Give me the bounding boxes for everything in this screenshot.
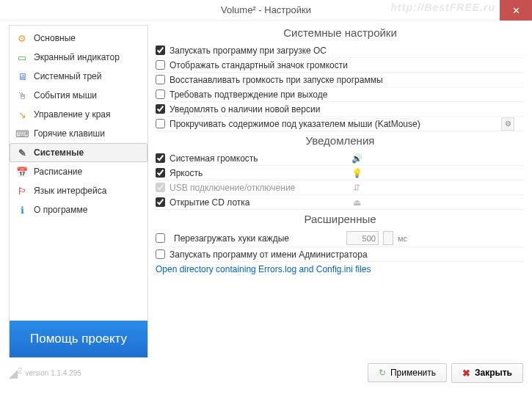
- reload-hooks-value[interactable]: [346, 231, 379, 245]
- notif-icon: 🔊: [350, 153, 363, 164]
- sidebar-item-label: События мыши: [34, 90, 97, 101]
- system-checkbox-5[interactable]: [156, 119, 165, 128]
- system-checkbox-1[interactable]: [156, 60, 165, 70]
- system-row-0: Запускать программу при загрузке ОС: [156, 43, 525, 58]
- system-checkbox-4[interactable]: [156, 104, 165, 114]
- sidebar-item-9[interactable]: ℹО программе: [10, 200, 147, 219]
- section-notifications-title: Уведомления: [156, 134, 525, 147]
- system-checkbox-0[interactable]: [156, 45, 165, 55]
- sidebar-item-label: Экранный индикатор: [34, 52, 120, 62]
- reload-hooks-row: Перезагружать хуки каждые мс: [156, 230, 525, 247]
- sidebar-item-label: Основные: [34, 33, 76, 43]
- run-as-admin-row: Запускать программу от имени Администрат…: [156, 247, 525, 262]
- system-row-3: Требовать подтверждение при выходе: [156, 87, 525, 102]
- system-row-4: Уведомлять о наличии новой версии: [156, 102, 525, 117]
- sidebar-item-label: Язык интерфейса: [34, 186, 106, 196]
- sidebar-item-label: Горячие клавиши: [34, 128, 105, 139]
- notif-checkbox-3[interactable]: [156, 197, 165, 207]
- signal-icon: ◢: [9, 366, 18, 380]
- notif-checkbox-0[interactable]: [156, 153, 165, 163]
- sidebar-item-6[interactable]: ✎Системные: [10, 143, 147, 162]
- sidebar-item-8[interactable]: 🏳Язык интерфейса: [10, 181, 147, 200]
- reload-hooks-spinner[interactable]: [383, 231, 393, 245]
- system-checkbox-2[interactable]: [156, 75, 165, 84]
- system-label: Прокручивать содержимое под указателем м…: [170, 119, 420, 129]
- sidebar-item-7[interactable]: 📅Расписание: [10, 162, 147, 181]
- system-row-2: Восстанавливать громкость при запуске пр…: [156, 73, 525, 87]
- reload-hooks-label: Перезагружать хуки каждые: [174, 233, 289, 244]
- sidebar-icon: ▭: [16, 51, 28, 63]
- reload-hooks-unit: мс: [398, 234, 407, 243]
- system-label: Запускать программу при загрузке ОС: [170, 45, 327, 56]
- notif-row-3: Открытие CD лотка⏏: [156, 195, 525, 210]
- notif-label: USB подключение/отключение: [170, 183, 295, 193]
- sidebar-item-label: Системные: [34, 147, 84, 158]
- sidebar-icon: 📅: [16, 166, 28, 178]
- sidebar-icon: 🖥: [16, 70, 28, 82]
- sidebar-item-label: Управление у края: [34, 109, 110, 120]
- sidebar: ⚙Основные▭Экранный индикатор🖥Системный т…: [9, 25, 148, 358]
- notif-icon: ⇵: [350, 183, 363, 193]
- notif-label: Яркость: [170, 168, 203, 178]
- close-window-button[interactable]: ✕: [500, 0, 532, 21]
- sidebar-item-1[interactable]: ▭Экранный индикатор: [10, 48, 147, 67]
- system-label: Требовать подтверждение при выходе: [170, 90, 327, 100]
- notif-label: Системная громкость: [170, 153, 258, 164]
- apply-icon: ↻: [379, 368, 386, 378]
- sidebar-icon: ℹ: [16, 204, 28, 216]
- donate-banner[interactable]: Помощь проекту: [10, 321, 147, 357]
- sidebar-item-label: Расписание: [34, 167, 82, 177]
- system-row-1: Отображать стандартный значок громкости: [156, 58, 525, 73]
- sidebar-item-label: Системный трей: [34, 71, 102, 81]
- reload-hooks-checkbox[interactable]: [156, 233, 165, 243]
- system-label: Уведомлять о наличии новой версии: [170, 104, 320, 114]
- sidebar-icon: 🏳: [16, 185, 28, 197]
- title-bar: Volume² - Настройки http://BestFREE.ru ✕: [0, 0, 532, 21]
- system-row-5: Прокручивать содержимое под указателем м…: [156, 117, 525, 131]
- open-config-dir-link[interactable]: Open directory containing Errors.log and…: [156, 264, 371, 274]
- section-system-title: Системные настройки: [156, 26, 525, 39]
- notif-label: Открытие CD лотка: [170, 197, 249, 208]
- sidebar-icon: ⌨: [16, 128, 28, 139]
- notif-row-0: Системная громкость🔊: [156, 151, 525, 166]
- sidebar-item-5[interactable]: ⌨Горячие клавиши: [10, 124, 147, 143]
- sidebar-item-2[interactable]: 🖥Системный трей: [10, 67, 147, 86]
- system-label: Восстанавливать громкость при запуске пр…: [170, 75, 383, 85]
- watermark: http://BestFREE.ru: [391, 1, 495, 13]
- notif-icon: ⏏: [350, 197, 363, 208]
- run-as-admin-label: Запускать программу от имени Администрат…: [170, 249, 368, 260]
- notif-icon: 💡: [350, 168, 363, 178]
- close-button[interactable]: ✖ Закрыть: [451, 363, 523, 383]
- version-label: 2 version 1.1.4.295: [18, 368, 81, 377]
- section-extended-title: Расширенные: [156, 213, 525, 225]
- footer: ◢ 2 version 1.1.4.295 ↻ Применить ✖ Закр…: [0, 358, 532, 387]
- system-checkbox-3[interactable]: [156, 90, 165, 99]
- apply-button[interactable]: ↻ Применить: [368, 363, 447, 382]
- sidebar-item-0[interactable]: ⚙Основные: [10, 29, 147, 48]
- open-config-dir-row: Open directory containing Errors.log and…: [156, 262, 525, 277]
- run-as-admin-checkbox[interactable]: [156, 249, 165, 259]
- katmouse-settings-button[interactable]: ⚙: [501, 117, 514, 131]
- notif-row-2: USB подключение/отключение⇵: [156, 180, 525, 195]
- sidebar-item-3[interactable]: 🖱События мыши: [10, 86, 147, 105]
- notif-checkbox-1[interactable]: [156, 168, 165, 178]
- sidebar-icon: ↘: [16, 109, 28, 120]
- content-pane: Системные настройки Запускать программу …: [151, 21, 532, 358]
- sidebar-icon: ✎: [16, 147, 28, 158]
- notif-row-1: Яркость💡: [156, 166, 525, 180]
- close-icon: ✖: [462, 368, 470, 379]
- sidebar-icon: 🖱: [16, 90, 28, 101]
- notif-checkbox-2[interactable]: [156, 183, 165, 192]
- sidebar-item-label: О программе: [34, 205, 87, 215]
- sidebar-icon: ⚙: [16, 32, 28, 44]
- sidebar-item-4[interactable]: ↘Управление у края: [10, 105, 147, 124]
- system-label: Отображать стандартный значок громкости: [170, 60, 348, 70]
- window-title: Volume² - Настройки: [221, 4, 311, 15]
